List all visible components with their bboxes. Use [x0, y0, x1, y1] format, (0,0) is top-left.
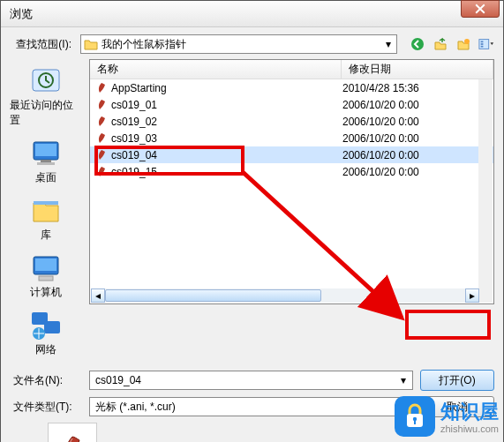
place-network[interactable]: 网络: [28, 307, 64, 361]
lock-icon: [395, 396, 435, 437]
folder-icon: [84, 38, 98, 50]
dialog-title: 浏览: [10, 6, 33, 22]
filename-value: cs019_04: [95, 374, 141, 386]
file-name: cs019_04: [111, 149, 342, 161]
svg-rect-22: [414, 420, 416, 424]
column-header-date[interactable]: 修改日期: [342, 60, 493, 79]
svg-rect-15: [39, 276, 53, 281]
cursor-file-icon: [95, 166, 108, 178]
svg-rect-2: [479, 40, 489, 49]
open-button[interactable]: 打开(O): [420, 370, 494, 391]
scroll-thumb[interactable]: [105, 289, 321, 302]
back-icon[interactable]: [410, 36, 425, 52]
scroll-left-icon[interactable]: ◂: [91, 288, 105, 303]
places-bar: 最近访问的位置 桌面 库 计算机 网络: [10, 59, 82, 361]
cursor-file-icon: [95, 116, 108, 128]
watermark: 知识屋 zhishiwu.com: [395, 396, 499, 437]
svg-rect-5: [481, 46, 484, 48]
file-list-header: 名称 修改日期: [90, 60, 493, 79]
cursor-file-icon: [95, 82, 108, 94]
place-label: 计算机: [30, 285, 62, 300]
place-label: 桌面: [35, 170, 56, 185]
file-list-panel: 名称 修改日期 AppStarting2010/4/28 15:36cs019_…: [89, 59, 494, 304]
filetype-value: 光标 (*.ani, *.cur): [95, 400, 176, 415]
desktop-icon: [28, 139, 64, 169]
svg-rect-10: [41, 160, 51, 162]
place-computer[interactable]: 计算机: [28, 250, 64, 303]
scroll-right-icon[interactable]: ▸: [465, 288, 479, 303]
svg-rect-9: [35, 144, 56, 156]
file-row[interactable]: cs019_042006/10/20 0:00: [90, 146, 493, 163]
svg-rect-4: [481, 43, 484, 45]
svg-rect-11: [37, 162, 55, 165]
filename-label: 文件名(N):: [10, 373, 82, 388]
recent-icon: [28, 66, 64, 96]
column-header-name[interactable]: 名称: [90, 60, 342, 79]
file-row[interactable]: AppStarting2010/4/28 15:36: [90, 79, 493, 96]
view-menu-icon[interactable]: [478, 36, 494, 52]
lookin-combo[interactable]: 我的个性鼠标指针 ▾: [80, 34, 397, 54]
filename-input[interactable]: cs019_04 ▾: [89, 371, 413, 390]
file-row[interactable]: cs019_032006/10/20 0:00: [90, 130, 493, 146]
file-name: cs019_01: [111, 99, 342, 111]
place-recent[interactable]: 最近访问的位置: [10, 63, 82, 131]
cursor-file-icon: [95, 99, 108, 111]
place-library[interactable]: 库: [28, 192, 64, 246]
horizontal-scrollbar[interactable]: ◂ ▸: [91, 288, 479, 303]
svg-rect-12: [34, 201, 58, 205]
filetype-select[interactable]: 光标 (*.ani, *.cur) ▾: [89, 397, 413, 416]
new-folder-icon[interactable]: [455, 36, 471, 52]
close-icon: [475, 4, 485, 14]
watermark-url: zhishiwu.com: [440, 423, 499, 434]
lookin-label: 查找范围(I):: [10, 37, 75, 52]
svg-rect-3: [481, 41, 484, 42]
file-name: AppStarting: [111, 82, 342, 94]
place-label: 库: [41, 228, 51, 243]
place-label: 最近访问的位置: [10, 98, 82, 128]
computer-icon: [28, 253, 64, 283]
cursor-preview-icon: [58, 433, 87, 442]
preview-box: [48, 423, 97, 442]
file-date: 2010/4/28 15:36: [342, 82, 493, 94]
file-date: 2006/10/20 0:00: [342, 116, 493, 128]
lookin-value: 我的个性鼠标指针: [102, 37, 186, 52]
cursor-file-icon: [95, 149, 108, 161]
file-date: 2006/10/20 0:00: [342, 166, 493, 178]
file-name: cs019_15: [111, 166, 342, 178]
file-name: cs019_03: [111, 132, 342, 145]
place-desktop[interactable]: 桌面: [28, 135, 64, 189]
file-date: 2006/10/20 0:00: [342, 149, 493, 161]
cursor-file-icon: [95, 132, 108, 145]
file-open-dialog: 浏览 查找范围(I): 我的个性鼠标指针 ▾ 最近访问的: [0, 0, 504, 442]
svg-point-0: [411, 38, 424, 50]
file-list[interactable]: AppStarting2010/4/28 15:36cs019_012006/1…: [90, 79, 493, 303]
filetype-label: 文件类型(T):: [10, 400, 82, 415]
up-icon[interactable]: [433, 36, 448, 52]
svg-point-1: [464, 39, 470, 44]
file-row[interactable]: cs019_152006/10/20 0:00: [90, 163, 493, 180]
titlebar[interactable]: 浏览: [1, 1, 503, 27]
watermark-brand: 知识屋: [440, 399, 499, 425]
file-date: 2006/10/20 0:00: [342, 99, 493, 111]
vertical-scrollbar[interactable]: [478, 79, 493, 303]
svg-rect-17: [44, 321, 60, 333]
file-row[interactable]: cs019_022006/10/20 0:00: [90, 113, 493, 130]
file-date: 2006/10/20 0:00: [342, 132, 493, 145]
close-button[interactable]: [461, 0, 500, 18]
library-icon: [28, 196, 64, 226]
chevron-down-icon: ▾: [381, 36, 395, 52]
chevron-down-icon: ▾: [396, 373, 410, 387]
toolbar-nav: [402, 36, 494, 52]
file-name: cs019_02: [111, 116, 342, 128]
svg-rect-14: [35, 258, 56, 271]
network-icon: [28, 311, 64, 341]
place-label: 网络: [35, 342, 56, 357]
file-row[interactable]: cs019_012006/10/20 0:00: [90, 96, 493, 113]
